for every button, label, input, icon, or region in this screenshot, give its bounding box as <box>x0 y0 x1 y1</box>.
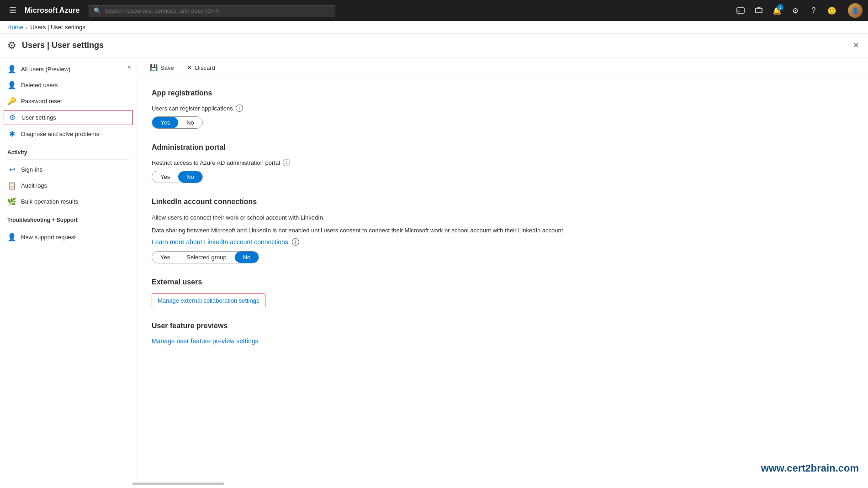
sidebar-item-label: Audit logs <box>21 182 47 189</box>
linkedin-section: LinkedIn account connections Allow users… <box>152 198 853 263</box>
save-button[interactable]: 💾 Save <box>144 61 180 74</box>
watermark: www.cert2brain.com <box>761 462 859 474</box>
admin-portal-toggle[interactable]: Yes No <box>152 171 203 183</box>
linkedin-toggle-selected-group[interactable]: Selected group <box>178 252 234 263</box>
deleted-users-icon: 👤 <box>7 81 16 89</box>
app-reg-toggle-yes[interactable]: Yes <box>152 117 178 128</box>
svg-text:>_: >_ <box>738 9 742 13</box>
admin-portal-toggle-yes[interactable]: Yes <box>152 171 178 183</box>
linkedin-toggle[interactable]: Yes Selected group No <box>152 251 259 263</box>
linkedin-toggle-yes[interactable]: Yes <box>152 252 178 263</box>
sidebar-item-bulk-operation[interactable]: 🌿 Bulk operation results <box>0 194 137 210</box>
svg-rect-2 <box>756 8 762 13</box>
linkedin-info-icon[interactable]: i <box>292 238 299 246</box>
help-icon[interactable]: ? <box>805 2 822 19</box>
sign-ins-icon: ↩ <box>7 165 16 174</box>
sidebar-divider-1 <box>7 159 129 160</box>
linkedin-learn-more[interactable]: Learn more about LinkedIn account connec… <box>152 238 288 246</box>
discard-icon: ✕ <box>187 64 192 71</box>
sidebar-item-label: New support request <box>21 234 76 241</box>
diagnose-icon: ✱ <box>7 130 16 138</box>
admin-portal-title: Administration portal <box>152 143 853 152</box>
sidebar: « 👤 All users (Preview) 👤 Deleted users … <box>0 58 137 483</box>
linkedin-desc1: Allow users to connect their work or sch… <box>152 213 853 222</box>
close-icon[interactable]: ✕ <box>851 39 861 52</box>
admin-portal-info-icon[interactable]: i <box>283 159 290 166</box>
topbar-divider <box>844 5 844 16</box>
save-label: Save <box>160 64 174 71</box>
sidebar-item-new-support[interactable]: 👤 New support request <box>0 229 137 245</box>
bulk-operation-icon: 🌿 <box>7 197 16 206</box>
content-body: App registrations Users can register app… <box>137 78 868 370</box>
sidebar-item-password-reset[interactable]: 🔑 Password reset <box>0 93 137 109</box>
linkedin-toggle-no[interactable]: No <box>235 252 259 263</box>
user-feature-preview-link[interactable]: Manage user feature preview settings <box>152 337 258 345</box>
all-users-icon: 👤 <box>7 65 16 73</box>
app-registrations-title: App registrations <box>152 89 853 97</box>
discard-button[interactable]: ✕ Discard <box>181 61 221 74</box>
sidebar-item-label: Sign-ins <box>21 166 42 173</box>
administration-portal-section: Administration portal Restrict access to… <box>152 143 853 183</box>
content-area: 💾 Save ✕ Discard App registrations Users… <box>137 58 868 483</box>
page-header: ⚙ Users | User settings ✕ <box>0 34 868 58</box>
page-title: Users | User settings <box>22 41 104 50</box>
sidebar-item-label: Password reset <box>21 98 62 105</box>
audit-logs-icon: 📋 <box>7 181 16 190</box>
settings-icon[interactable]: ⚙ <box>787 2 804 19</box>
sidebar-divider-2 <box>7 227 129 227</box>
feedback-icon[interactable]: 🙂 <box>824 2 840 19</box>
user-settings-icon: ⚙ <box>8 113 17 122</box>
notification-badge: 1 <box>777 4 783 10</box>
admin-portal-field-label: Restrict access to Azure AD administrati… <box>152 159 853 166</box>
main-container: « 👤 All users (Preview) 👤 Deleted users … <box>0 58 868 483</box>
toolbar: 💾 Save ✕ Discard <box>137 58 868 78</box>
linkedin-title: LinkedIn account connections <box>152 198 853 206</box>
new-support-icon: 👤 <box>7 233 16 241</box>
sidebar-item-audit-logs[interactable]: 📋 Audit logs <box>0 178 137 194</box>
external-collaboration-link-box[interactable]: Manage external collaboration settings <box>152 294 265 307</box>
search-bar[interactable]: 🔍 <box>89 5 335 16</box>
sidebar-item-diagnose[interactable]: ✱ Diagnose and solve problems <box>0 126 137 142</box>
sidebar-item-label: Diagnose and solve problems <box>21 131 99 137</box>
user-feature-previews-section: User feature previews Manage user featur… <box>152 322 853 345</box>
discard-label: Discard <box>195 64 215 71</box>
admin-portal-label-text: Restrict access to Azure AD administrati… <box>152 159 280 166</box>
bottom-scrollbar[interactable] <box>0 480 868 483</box>
app-registrations-label-text: Users can register applications <box>152 105 233 112</box>
external-collaboration-link[interactable]: Manage external collaboration settings <box>158 297 259 304</box>
sidebar-item-label: All users (Preview) <box>21 66 70 73</box>
sidebar-item-label: Bulk operation results <box>21 198 78 205</box>
topbar-icons: >_ 🔔 1 ⚙ ? 🙂 👤 <box>732 2 863 19</box>
horizontal-scrollbar-thumb[interactable] <box>132 483 224 483</box>
app-registrations-toggle[interactable]: Yes No <box>152 116 203 129</box>
app-registrations-info-icon[interactable]: i <box>236 105 243 112</box>
breadcrumb-home[interactable]: Home <box>7 24 23 31</box>
page-header-icon: ⚙ <box>7 40 16 52</box>
topbar: ☰ Microsoft Azure 🔍 >_ 🔔 1 ⚙ ? 🙂 👤 <box>0 0 868 21</box>
search-icon: 🔍 <box>94 7 101 14</box>
page-header-left: ⚙ Users | User settings <box>7 40 104 52</box>
hamburger-menu[interactable]: ☰ <box>5 4 20 17</box>
sidebar-item-all-users[interactable]: 👤 All users (Preview) <box>0 61 137 77</box>
sidebar-item-label: User settings <box>21 114 56 121</box>
breadcrumb: Home › Users | User settings <box>0 21 868 34</box>
activity-section-label: Activity <box>0 142 137 157</box>
search-input[interactable] <box>105 7 330 14</box>
external-users-section: External users Manage external collabora… <box>152 278 853 307</box>
sidebar-item-label: Deleted users <box>21 82 58 89</box>
save-icon: 💾 <box>150 64 158 71</box>
sidebar-item-sign-ins[interactable]: ↩ Sign-ins <box>0 162 137 178</box>
admin-portal-toggle-no[interactable]: No <box>178 171 202 183</box>
cloud-shell-icon[interactable]: >_ <box>732 2 749 19</box>
avatar-initials: 👤 <box>852 7 859 14</box>
breadcrumb-separator: › <box>26 25 28 30</box>
sidebar-item-user-settings[interactable]: ⚙ User settings <box>4 110 133 125</box>
directory-icon[interactable] <box>751 2 767 19</box>
sidebar-item-deleted-users[interactable]: 👤 Deleted users <box>0 77 137 93</box>
breadcrumb-current: Users | User settings <box>30 24 85 31</box>
avatar[interactable]: 👤 <box>848 3 863 18</box>
notification-icon[interactable]: 🔔 1 <box>769 2 785 19</box>
app-reg-toggle-no[interactable]: No <box>178 117 202 128</box>
troubleshooting-section-label: Troubleshooting + Support <box>0 210 137 225</box>
sidebar-collapse-icon[interactable]: « <box>126 61 133 72</box>
